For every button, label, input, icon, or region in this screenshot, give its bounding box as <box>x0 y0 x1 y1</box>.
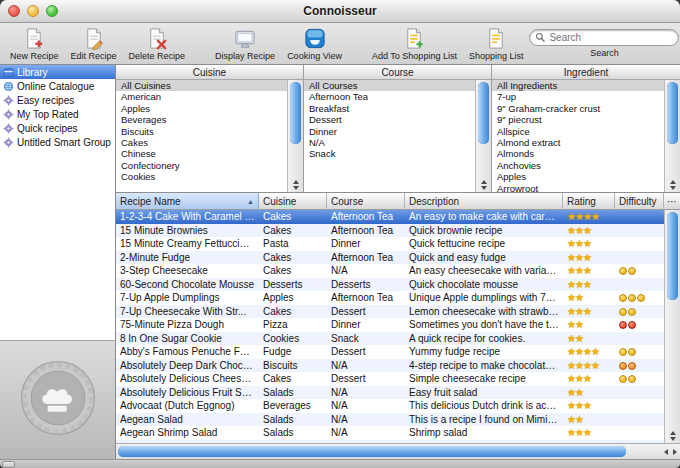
browser-list-item[interactable]: Afternoon Tea <box>304 91 475 102</box>
toolbar-button-add-to-shopping-list[interactable]: Add To Shopping List <box>372 27 457 61</box>
scrollbar-thumb[interactable] <box>478 82 489 144</box>
difficulty-face-icon <box>619 362 627 370</box>
scroll-down-arrow-icon[interactable] <box>670 437 676 441</box>
browser-list-item[interactable]: Anchovies <box>492 160 664 171</box>
toolbar-button-new-recipe[interactable]: New Recipe <box>10 27 59 61</box>
browser-column-header: Ingredient <box>492 65 680 80</box>
browser-list-item[interactable]: Allspice <box>492 126 664 137</box>
browser-list-item[interactable]: Apples <box>492 171 664 182</box>
sidebar-item-online-catalogue[interactable]: Online Catalogue <box>0 79 115 93</box>
browser-scrollbar[interactable] <box>287 80 303 192</box>
toolbar-button-cooking-view[interactable]: Cooking View <box>287 27 342 61</box>
scroll-up-arrow-icon[interactable] <box>670 431 676 435</box>
scroll-up-arrow-icon[interactable] <box>481 180 487 184</box>
recipe-name-cell: 15 Minute Creamy Fettuccini A... <box>116 237 259 251</box>
browser-list-item[interactable]: Cakes <box>116 137 287 148</box>
course-cell: N/A <box>327 426 405 440</box>
table-row[interactable]: Aegean SaladSaladsN/AThis is a recipe I … <box>116 413 664 427</box>
browser-list-item[interactable]: Biscuits <box>116 126 287 137</box>
column-header-difficulty[interactable]: Difficulty <box>615 193 664 210</box>
browser-list-item[interactable]: Breakfast <box>304 103 475 114</box>
table-row[interactable]: Absolutely Delicious Fruit SaladSaladsN/… <box>116 386 664 400</box>
table-row[interactable]: Advocaat (Dutch Eggnog)BeveragesN/AThis … <box>116 399 664 413</box>
table-row[interactable]: 15 Minute Creamy Fettuccini A...PastaDin… <box>116 237 664 251</box>
column-header-rating[interactable]: Rating <box>563 193 615 210</box>
browser-list-item[interactable]: Confectionery <box>116 160 287 171</box>
titlebar[interactable]: Connoisseur <box>0 0 680 23</box>
minimize-button[interactable] <box>27 5 39 17</box>
browser-list-item[interactable]: N/A <box>304 137 475 148</box>
toolbar-button-delete-recipe[interactable]: Delete Recipe <box>129 27 186 61</box>
sidebar-item-easy-recipes[interactable]: Easy recipes <box>0 93 115 107</box>
search-field[interactable] <box>529 29 679 46</box>
table-row[interactable]: Absolutely Deep Dark Chocola...BiscuitsN… <box>116 359 664 373</box>
scrollbar-thumb[interactable] <box>667 82 678 144</box>
browser-list-item[interactable]: All Courses <box>304 80 475 91</box>
browser-list-item[interactable]: 7-up <box>492 91 664 102</box>
browser-list-item[interactable]: Chinese <box>116 148 287 159</box>
browser-list-item[interactable]: 9" Graham-cracker crust <box>492 103 664 114</box>
table-vertical-scrollbar[interactable] <box>664 210 680 443</box>
star-rating: ★★★ <box>567 252 591 263</box>
browser-scrollbar[interactable] <box>664 80 680 192</box>
toolbar-button-edit-recipe[interactable]: Edit Recipe <box>71 27 117 61</box>
sidebar-item-my-top-rated[interactable]: My Top Rated <box>0 107 115 121</box>
browser-list-item[interactable]: Cookies <box>116 171 287 182</box>
scrollbar-thumb[interactable] <box>118 446 626 457</box>
search-input[interactable] <box>546 32 673 43</box>
sidebar-item-library[interactable]: Library <box>0 65 115 79</box>
column-header-course[interactable]: Course <box>327 193 405 210</box>
table-row[interactable]: 15 Minute BrowniesCakesAfternoon TeaQuic… <box>116 224 664 238</box>
rating-cell: ★★★★ <box>563 359 615 373</box>
scroll-up-arrow-icon[interactable] <box>670 180 676 184</box>
browser-list-item[interactable]: American <box>116 91 287 102</box>
sidebar-item-quick-recipes[interactable]: Quick recipes <box>0 121 115 135</box>
column-header-cuisine[interactable]: Cuisine <box>259 193 327 210</box>
close-button[interactable] <box>8 5 20 17</box>
table-row[interactable]: 3-Step CheesecakeCakesN/AAn easy cheesec… <box>116 264 664 278</box>
toolbar-button-shopping-list[interactable]: Shopping List <box>469 27 524 61</box>
bottom-bar-button[interactable] <box>2 461 15 468</box>
table-row[interactable]: 8 In One Sugar CookieCookiesSnackA quick… <box>116 332 664 346</box>
zoom-button[interactable] <box>46 5 58 17</box>
browser-list-item[interactable]: 9" piecrust <box>492 114 664 125</box>
browser-list-item[interactable]: Apples <box>116 103 287 114</box>
table-row[interactable]: 2-Minute FudgeCakesAfternoon TeaQuick an… <box>116 251 664 265</box>
table-row[interactable]: 7-Up Apple DumplingsApplesAfternoon TeaU… <box>116 291 664 305</box>
scroll-up-arrow-icon[interactable] <box>293 180 299 184</box>
difficulty-cell <box>615 278 664 292</box>
scroll-down-arrow-icon[interactable] <box>293 186 299 190</box>
column-overflow-button[interactable]: ⋯ <box>664 193 680 210</box>
toolbar-button-display-recipe[interactable]: Display Recipe <box>215 27 275 61</box>
scroll-down-arrow-icon[interactable] <box>481 186 487 190</box>
browser-list-item[interactable]: Beverages <box>116 114 287 125</box>
scroll-left-arrow-icon[interactable] <box>664 449 668 455</box>
browser-list-item[interactable]: All Ingredients <box>492 80 664 91</box>
browser-list-item[interactable]: Almond extract <box>492 137 664 148</box>
table-row[interactable]: 7-Up Cheesecake With Str...CakesDessertL… <box>116 305 664 319</box>
smart-group-icon <box>3 95 14 106</box>
browser-list-item[interactable]: All Cuisines <box>116 80 287 91</box>
table-row[interactable]: Abby's Famous Penuche FudgeFudgeDessertY… <box>116 345 664 359</box>
scrollbar-thumb[interactable] <box>290 82 301 144</box>
scroll-right-arrow-icon[interactable] <box>673 449 677 455</box>
table-row[interactable]: Absolutely Delicious CheesecakeCakesDess… <box>116 372 664 386</box>
browser-list-item[interactable]: Almonds <box>492 148 664 159</box>
scroll-down-arrow-icon[interactable] <box>670 186 676 190</box>
table-row[interactable]: Aegean Shrimp SaladSaladsN/AShrimp salad… <box>116 426 664 440</box>
table-row[interactable]: 1-2-3-4 Cake With Caramel IcingCakesAfte… <box>116 210 664 224</box>
browser-column-ingredient: IngredientAll Ingredients7-up9" Graham-c… <box>492 65 680 192</box>
table-horizontal-scrollbar[interactable] <box>116 443 680 459</box>
column-header-description[interactable]: Description <box>405 193 563 210</box>
column-header-recipe-name[interactable]: Recipe Name▲ <box>116 193 259 210</box>
browser-scrollbar[interactable] <box>475 80 491 192</box>
browser-list-item[interactable]: Arrowroot <box>492 183 664 192</box>
difficulty-cell <box>615 210 664 224</box>
browser-list-item[interactable]: Snack <box>304 148 475 159</box>
scrollbar-thumb[interactable] <box>667 212 678 300</box>
table-row[interactable]: 60-Second Chocolate MousseDessertsDesser… <box>116 278 664 292</box>
browser-list-item[interactable]: Dessert <box>304 114 475 125</box>
sidebar-item-untitled-smart-group[interactable]: Untitled Smart Group <box>0 135 115 149</box>
table-row[interactable]: 75-Minute Pizza DoughPizzaDinnerSometime… <box>116 318 664 332</box>
browser-list-item[interactable]: Dinner <box>304 126 475 137</box>
